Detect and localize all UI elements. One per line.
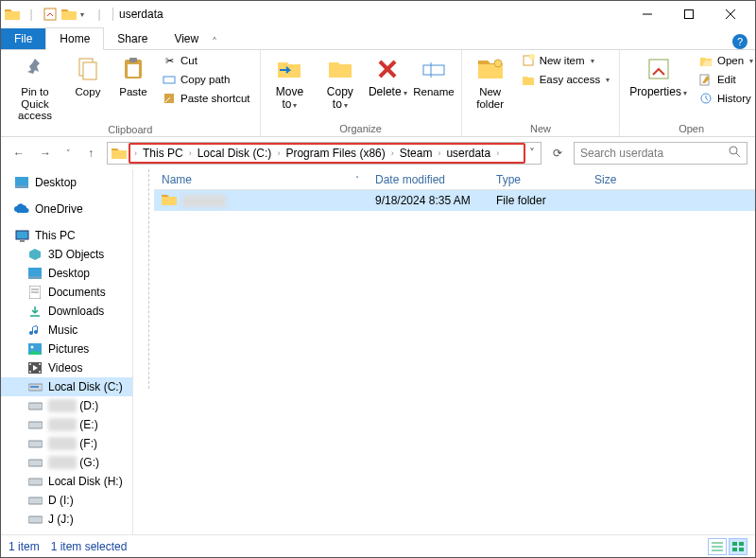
qat-dropdown-icon[interactable]: ▾ bbox=[80, 10, 84, 19]
forward-button[interactable]: → bbox=[35, 143, 56, 164]
tree-downloads[interactable]: Downloads bbox=[1, 302, 132, 321]
col-name[interactable]: Name˄ bbox=[154, 173, 368, 186]
copy-path-icon bbox=[162, 72, 177, 87]
copy-to-button[interactable]: Copy to▾ bbox=[317, 52, 363, 113]
tree-music[interactable]: Music bbox=[1, 321, 132, 340]
svg-rect-64 bbox=[732, 542, 737, 546]
crumb-this-pc[interactable]: This PC bbox=[139, 147, 187, 160]
close-button[interactable] bbox=[710, 1, 751, 27]
nav-tree[interactable]: Desktop OneDrive This PC 3D Objects Desk… bbox=[1, 169, 133, 534]
help-icon[interactable]: ? bbox=[732, 34, 747, 49]
svg-point-18 bbox=[529, 54, 535, 60]
drive-icon bbox=[27, 398, 43, 413]
cut-button[interactable]: ✂Cut bbox=[158, 52, 254, 69]
qat-properties-icon[interactable] bbox=[43, 7, 58, 22]
tree-drive-i[interactable]: D (I:) bbox=[1, 491, 132, 510]
back-button[interactable]: ← bbox=[9, 143, 29, 164]
chevron-right-icon[interactable]: › bbox=[275, 148, 282, 158]
tree-this-pc[interactable]: This PC bbox=[1, 226, 132, 245]
delete-button[interactable]: Delete▾ bbox=[367, 52, 408, 100]
easy-access-button[interactable]: Easy access▾ bbox=[517, 71, 614, 88]
chevron-right-icon[interactable]: › bbox=[132, 148, 139, 158]
col-type[interactable]: Type bbox=[489, 173, 587, 186]
tab-share[interactable]: Share bbox=[104, 28, 161, 49]
drive-icon bbox=[27, 379, 43, 394]
paste-button[interactable]: Paste bbox=[112, 52, 154, 100]
copy-icon bbox=[73, 54, 103, 84]
chevron-right-icon[interactable]: › bbox=[389, 148, 396, 158]
tree-desktop[interactable]: Desktop bbox=[1, 173, 132, 192]
status-bar: 1 item 1 item selected bbox=[1, 534, 755, 557]
crumb-userdata[interactable]: userdata bbox=[442, 147, 494, 160]
objects3d-icon bbox=[27, 247, 43, 262]
minimize-button[interactable] bbox=[627, 1, 668, 27]
history-button[interactable]: History bbox=[695, 90, 756, 107]
recent-dropdown[interactable]: ˅ bbox=[61, 143, 75, 164]
rename-button[interactable]: Rename bbox=[412, 52, 455, 100]
edit-button[interactable]: Edit bbox=[695, 71, 756, 88]
col-date[interactable]: Date modified bbox=[368, 173, 489, 186]
move-to-button[interactable]: Move to▾ bbox=[266, 52, 314, 113]
open-button[interactable]: Open▾ bbox=[695, 52, 756, 69]
col-size[interactable]: Size bbox=[587, 173, 653, 186]
tree-onedrive[interactable]: OneDrive bbox=[1, 200, 132, 218]
search-box[interactable]: Search userdata bbox=[574, 142, 747, 165]
new-folder-button[interactable]: New folder bbox=[468, 52, 513, 112]
tree-documents[interactable]: Documents bbox=[1, 283, 132, 302]
up-button[interactable]: ↑ bbox=[80, 143, 101, 164]
delete-label: Delete▾ bbox=[369, 86, 407, 98]
tree-drive-e[interactable]: xxxxx (E:) bbox=[1, 415, 132, 434]
file-row[interactable]: 9/18/2024 8:35 AM File folder bbox=[154, 190, 755, 211]
address-dropdown-icon[interactable]: ˅ bbox=[525, 147, 539, 160]
view-icons-button[interactable] bbox=[729, 538, 747, 555]
address-bar[interactable]: › This PC › Local Disk (C:) › Program Fi… bbox=[107, 142, 541, 165]
tree-drive-j[interactable]: J (J:) bbox=[1, 510, 132, 529]
svg-rect-39 bbox=[20, 240, 25, 242]
tree-videos[interactable]: Videos bbox=[1, 358, 132, 377]
open-icon bbox=[698, 53, 713, 68]
properties-icon bbox=[644, 54, 674, 84]
new-item-button[interactable]: New item▾ bbox=[517, 52, 614, 69]
tree-desktop2[interactable]: Desktop bbox=[1, 264, 132, 283]
view-details-button[interactable] bbox=[708, 538, 727, 555]
column-headers: Name˄ Date modified Type Size bbox=[154, 169, 755, 190]
crumb-c[interactable]: Local Disk (C:) bbox=[194, 147, 276, 160]
svg-rect-9 bbox=[129, 58, 137, 62]
documents-icon bbox=[27, 285, 43, 300]
quick-access-toolbar: | ▾ | bbox=[5, 7, 107, 22]
ribbon-tabs: File Home Share View ˄ ? bbox=[1, 27, 755, 50]
folder-icon[interactable] bbox=[61, 7, 77, 22]
drive-icon bbox=[27, 436, 43, 451]
group-clipboard-label: Clipboard bbox=[7, 124, 254, 137]
tree-drive-g[interactable]: xxxxx (G:) bbox=[1, 453, 132, 472]
tree-drive-h[interactable]: Local Disk (H:) bbox=[1, 472, 132, 491]
search-icon bbox=[729, 146, 741, 161]
tab-file[interactable]: File bbox=[1, 28, 45, 49]
chevron-right-icon[interactable]: › bbox=[436, 148, 442, 158]
chevron-right-icon[interactable]: › bbox=[494, 148, 501, 158]
crumb-steam[interactable]: Steam bbox=[396, 147, 437, 160]
crumb-program-files[interactable]: Program Files (x86) bbox=[282, 147, 388, 160]
pin-button[interactable]: Pin to Quick access bbox=[7, 52, 63, 124]
videos-icon bbox=[27, 360, 43, 375]
maximize-button[interactable] bbox=[668, 1, 710, 27]
tab-home[interactable]: Home bbox=[45, 27, 104, 50]
group-new: New folder New item▾ Easy access▾ New bbox=[462, 50, 621, 136]
properties-button[interactable]: Properties▾ bbox=[626, 52, 691, 100]
cell-type: File folder bbox=[489, 194, 587, 207]
ribbon-collapse-icon[interactable]: ˄ bbox=[212, 36, 217, 49]
copy-button[interactable]: Copy bbox=[67, 52, 109, 100]
copy-path-button[interactable]: Copy path bbox=[158, 71, 254, 88]
nav-row: ← → ˅ ↑ › This PC › Local Disk (C:) › Pr… bbox=[1, 137, 755, 169]
tree-pictures[interactable]: Pictures bbox=[1, 340, 132, 358]
tree-local-disk-c[interactable]: Local Disk (C:) bbox=[1, 377, 132, 396]
tree-drive-d[interactable]: xxxxx (D:) bbox=[1, 396, 132, 415]
paste-shortcut-button[interactable]: Paste shortcut bbox=[158, 90, 254, 107]
chevron-right-icon[interactable]: › bbox=[187, 148, 194, 158]
tree-drive-f[interactable]: xxxxx (F:) bbox=[1, 434, 132, 453]
svg-point-46 bbox=[31, 346, 34, 349]
tab-view[interactable]: View bbox=[161, 28, 212, 49]
tree-3d-objects[interactable]: 3D Objects bbox=[1, 245, 132, 264]
refresh-button[interactable]: ⟳ bbox=[547, 142, 568, 165]
group-clipboard: Pin to Quick access Copy Paste ✂Cut Copy… bbox=[1, 50, 261, 136]
